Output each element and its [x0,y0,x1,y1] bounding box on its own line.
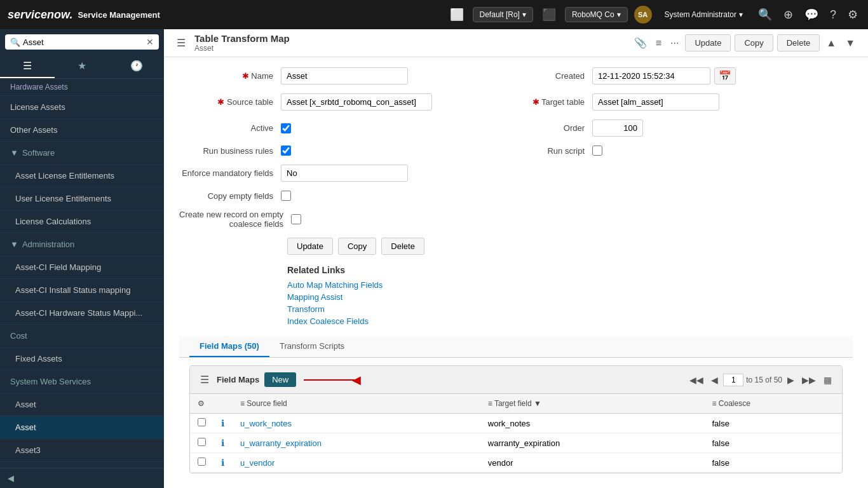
tab-transform-scripts[interactable]: Transform Scripts [269,336,355,357]
page-number-input[interactable] [723,374,743,386]
related-link-transform[interactable]: Transform [287,304,853,314]
sidebar-item-asset-1[interactable]: Asset [0,393,164,416]
attachment-icon-btn[interactable]: 📎 [632,34,649,51]
name-input[interactable] [281,67,408,85]
prev-page-btn[interactable]: ◀ [709,374,721,386]
sidebar-item-system-web-services[interactable]: System Web Services [0,370,164,393]
user-menu[interactable]: System Administrator ▾ [658,8,749,22]
search-icon-btn[interactable]: 🔍 [756,5,775,24]
screen-icon-btn[interactable]: ⬛ [539,5,559,24]
checkbox-1[interactable] [198,418,206,426]
sidebar-item-user-license[interactable]: User License Entitlements [0,187,164,210]
sidebar-tab-current[interactable]: ☰ [0,55,55,78]
column-options-btn[interactable]: ▦ [821,374,834,386]
first-page-btn[interactable]: ◀◀ [687,374,706,386]
toolbar-copy-btn[interactable]: Copy [735,34,773,51]
page-range-text: to 15 of 50 [746,376,782,384]
source-field-link-1[interactable]: u_work_notes [240,419,292,428]
sidebar-item-license-calc[interactable]: License Calculations [0,210,164,233]
col-target-field-header[interactable]: ≡ Target field ▼ [480,394,705,414]
form-delete-btn[interactable]: Delete [381,238,424,255]
settings-icon-btn[interactable]: ⚙ [845,5,860,24]
instance-selector[interactable]: Default [Ro] ▾ [473,7,533,22]
sidebar-item-license-assets[interactable]: License Assets [0,96,164,119]
run-script-checkbox[interactable] [592,146,602,156]
enforce-select-wrapper: No Yes [281,165,408,182]
sidebar-item-hardware-assets[interactable]: Hardware Assets [0,79,164,96]
chevron-down-icon-3: ▾ [739,10,743,19]
sidebar-search-inner: 🔍 ✕ [5,34,159,50]
target-table-select[interactable]: Asset [alm_asset] [592,93,719,111]
device-icon-btn[interactable]: ⬜ [447,5,466,24]
sidebar-item-fixed-assets[interactable]: Fixed Assets [0,348,164,370]
sidebar-item-other-assets[interactable]: Other Assets [0,119,164,142]
checkbox-3[interactable] [198,458,206,466]
sidebar-tab-favorites[interactable]: ★ [55,55,109,78]
page-title-block: Table Transform Map Asset [194,33,290,53]
run-business-rules-label: Run business rules [179,146,281,156]
checkbox-2[interactable] [198,438,206,446]
related-link-auto-map[interactable]: Auto Map Matching Fields [287,280,853,290]
sidebar-item-asset3[interactable]: Asset3 [0,439,164,462]
run-business-rules-checkbox[interactable] [281,146,291,156]
form-col-run-business: Run business rules [179,146,516,156]
created-input[interactable] [592,67,710,85]
field-maps-menu-icon[interactable]: ☰ [198,371,212,388]
search-input[interactable] [23,37,146,47]
toolbar-delete-btn[interactable]: Delete [777,34,820,51]
sidebar-section-software[interactable]: ▼ Software [0,142,164,165]
toolbar-update-btn[interactable]: Update [685,34,731,51]
sidebar-tab-history[interactable]: 🕐 [109,55,164,78]
row-checkbox-2 [190,433,214,453]
next-page-btn[interactable]: ▶ [785,374,797,386]
form-update-btn[interactable]: Update [287,238,333,255]
sidebar-item-asset-2[interactable]: Asset [0,416,164,439]
sidebar-item-asset-license[interactable]: Asset License Entitlements [0,165,164,187]
user-name: System Administrator [665,10,736,19]
sidebar-item-asset-ci-install[interactable]: Asset-CI Install Status mapping [0,279,164,302]
robomq-selector[interactable]: RoboMQ Co ▾ [565,7,628,22]
calendar-icon-btn[interactable]: 📅 [714,67,736,85]
form-col-name: Name [179,67,516,85]
new-field-map-btn[interactable]: New [264,372,296,387]
order-input[interactable] [592,119,643,137]
sidebar-item-cost[interactable]: Cost [0,325,164,348]
sidebar-section-administration[interactable]: ▼ Administration [0,233,164,256]
scroll-down-icon-btn[interactable]: ▼ [843,35,858,51]
info-icon-3[interactable]: ℹ [221,458,224,468]
chevron-down-icon: ▾ [522,10,526,19]
form-copy-btn[interactable]: Copy [338,238,376,255]
active-checkbox[interactable] [281,123,291,133]
copy-empty-label: Copy empty fields [179,191,281,201]
enforce-select[interactable]: No Yes [281,165,408,182]
hamburger-menu-icon[interactable]: ☰ [174,34,188,51]
source-field-link-3[interactable]: u_vendor [240,458,275,468]
tab-field-maps[interactable]: Field Maps (50) [189,336,269,357]
chat-icon-btn[interactable]: 💬 [802,5,821,24]
search-icon: 🔍 [10,37,20,47]
source-table-select[interactable]: Asset [x_srbtd_robomq_con_asset] [281,93,432,111]
info-icon-1[interactable]: ℹ [221,418,224,428]
related-link-mapping-assist[interactable]: Mapping Assist [287,292,853,302]
clear-search-icon[interactable]: ✕ [146,37,154,47]
source-field-link-2[interactable]: u_warranty_expiration [240,438,322,448]
related-link-index-coalesce[interactable]: Index Coalesce Fields [287,316,853,326]
help-icon-btn[interactable]: ? [827,6,839,24]
last-page-btn[interactable]: ▶▶ [799,374,818,386]
column-menu-icon-2: ≡ [488,399,492,408]
globe-icon-btn[interactable]: ⊕ [781,5,796,24]
copy-empty-checkbox[interactable] [281,191,291,201]
sidebar-admin-label: Administration [22,240,74,249]
info-icon-2[interactable]: ℹ [221,438,224,448]
col-source-field-header[interactable]: ≡ Source field [233,394,480,414]
col-coalesce-header[interactable]: ≡ Coalesce [704,394,842,414]
more-options-icon-btn[interactable]: ··· [668,35,681,51]
scroll-up-icon-btn[interactable]: ▲ [824,35,839,51]
sidebar-item-asset-ci-hardware[interactable]: Asset-CI Hardware Status Mappi... [0,302,164,325]
create-new-checkbox[interactable] [291,214,301,224]
sidebar-item-asset-ci-field[interactable]: Asset-CI Field Mapping [0,256,164,279]
gear-icon[interactable]: ⚙ [198,399,205,408]
form-row-run-business: Run business rules Run script [179,146,853,156]
customize-icon-btn[interactable]: ≡ [653,35,664,51]
sidebar-back-btn[interactable]: ◀ [0,468,164,488]
